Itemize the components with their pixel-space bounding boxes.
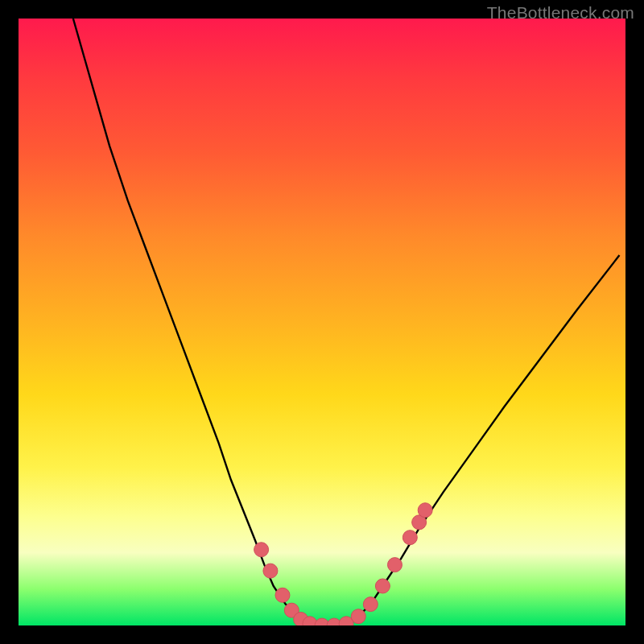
curve-marker xyxy=(375,579,390,593)
curve-marker xyxy=(254,543,269,557)
curve-marker xyxy=(363,597,378,612)
watermark-text: TheBottleneck.com xyxy=(487,3,634,23)
curve-marker xyxy=(275,588,290,602)
marker-group xyxy=(254,503,433,625)
curve-marker xyxy=(351,609,365,624)
curve-marker xyxy=(387,558,402,572)
chart-plot-area xyxy=(19,19,625,625)
curve-marker xyxy=(418,503,432,518)
bottleneck-curve xyxy=(73,19,620,625)
curve-marker xyxy=(402,530,417,545)
chart-svg xyxy=(19,19,625,625)
chart-frame: TheBottleneck.com xyxy=(0,0,644,644)
curve-marker xyxy=(263,564,278,578)
